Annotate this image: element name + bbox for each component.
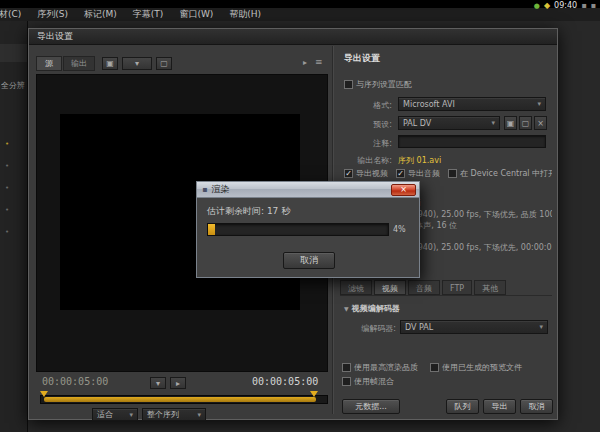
video-codec-section-header[interactable]: ▼ 视频编解码器 [344, 303, 400, 314]
chevron-down-icon: ▾ [536, 323, 543, 331]
background-panel-header [0, 44, 28, 62]
checkbox-icon[interactable] [430, 363, 439, 372]
export-settings-header: 导出设置 [344, 52, 380, 65]
playhead-handle[interactable] [310, 391, 318, 397]
tray-status-icon[interactable]: ● [534, 2, 540, 10]
close-icon[interactable]: × [391, 184, 416, 196]
tab-ftp[interactable]: FTP [442, 280, 472, 295]
zoom-value: 适合 [97, 409, 113, 420]
save-preset-icon[interactable]: ▣ [504, 116, 517, 130]
tab-video[interactable]: 视频 [374, 280, 406, 295]
aspect-icon[interactable]: ▢ [156, 57, 172, 70]
menu-item-window[interactable]: 窗口(W) [179, 8, 213, 21]
preset-select[interactable]: PAL DV ▾ [398, 116, 500, 130]
format-select[interactable]: Microsoft AVI ▾ [398, 97, 546, 111]
checkbox-icon[interactable] [448, 169, 457, 178]
background-panel: 全分辨 • • • • • [0, 21, 28, 432]
duration-timecode: 00:00:05:00 [252, 376, 318, 387]
checkbox-icon[interactable] [342, 363, 351, 372]
chevron-down-icon: ▾ [126, 411, 133, 419]
checkbox-icon[interactable] [344, 80, 353, 89]
system-tray: ● ◆ 09:40 ▪ ▪ [534, 0, 596, 11]
use-previews-checkbox[interactable]: 使用已生成的预览文件 [430, 362, 522, 373]
chevron-down-icon: ▾ [534, 100, 541, 108]
progress-bar-track [207, 223, 389, 236]
max-quality-checkbox[interactable]: 使用最高渲染品质 [342, 362, 418, 373]
estimated-time-message: 估计剩余时间: 17 秒 [207, 205, 290, 218]
panel-menu-icon[interactable]: ≡ [315, 57, 323, 67]
checkbox-checked-icon[interactable]: ✓ [344, 169, 353, 178]
progress-percent: 4% [393, 225, 406, 234]
device-central-label: 在 Device Central 中打开 [460, 168, 552, 179]
list-item-icon: • [5, 206, 9, 214]
dialog-titlebar[interactable]: ▪ 渲染 [197, 182, 419, 198]
dialog-title: 渲染 [211, 183, 229, 196]
output-name-label: 输出名称: [344, 155, 392, 166]
current-timecode[interactable]: 00:00:05:00 [42, 376, 108, 387]
export-toggles-row: ✓ 导出视频 ✓ 导出音频 在 Device Central 中打开 [344, 168, 552, 179]
menu-item-help[interactable]: 帮助(H) [229, 8, 261, 21]
frame-blend-checkbox[interactable]: 使用帧混合 [342, 376, 394, 387]
output-name-link[interactable]: 序列 01.avi [398, 155, 441, 166]
frame-blend-label: 使用帧混合 [354, 376, 394, 387]
play-icon[interactable]: ▸ [170, 377, 186, 389]
source-range-value: 整个序列 [147, 409, 179, 420]
export-audio-checkbox[interactable]: ✓ 导出音频 [396, 168, 440, 179]
tab-source[interactable]: 源 [36, 56, 62, 71]
cancel-button[interactable]: 取消 [520, 399, 553, 414]
codec-value: DV PAL [405, 323, 433, 332]
dialog-icon: ▪ [202, 185, 207, 194]
export-video-label: 导出视频 [356, 168, 388, 179]
settings-tab-bar: 滤镜 视频 音频 FTP 其他 [340, 280, 552, 296]
menu-item-marker[interactable]: 标记(M) [84, 8, 117, 21]
checkbox-icon[interactable] [342, 377, 351, 386]
progress-fill [208, 224, 215, 235]
list-item-icon: • [5, 162, 9, 170]
export-button[interactable]: 导出 [483, 399, 516, 414]
render-options-row: 使用最高渲染品质 使用已生成的预览文件 [342, 362, 554, 373]
zoom-select[interactable]: 适合 ▾ [92, 408, 138, 421]
metadata-button[interactable]: 元数据... [342, 399, 400, 414]
delete-preset-icon[interactable]: × [534, 116, 547, 130]
crop-icon[interactable]: ▣ [102, 57, 118, 70]
tray-extra-icon[interactable]: ▪ [581, 1, 586, 10]
ime-icon[interactable]: ◆ [544, 1, 550, 10]
export-video-checkbox[interactable]: ✓ 导出视频 [344, 168, 388, 179]
panel-collapse-icon[interactable]: ▸ [303, 58, 307, 67]
export-window-title: 导出设置 [37, 30, 73, 43]
dialog-cancel-button[interactable]: 取消 [283, 252, 335, 269]
use-previews-label: 使用已生成的预览文件 [442, 362, 522, 373]
comments-input[interactable] [398, 135, 546, 148]
twirl-down-icon[interactable]: ▼ [344, 305, 349, 312]
codec-label: 编解码器: [344, 323, 396, 334]
crop-ratio-dropdown[interactable]: ▾ [122, 57, 152, 70]
menu-item-sequence[interactable]: 序列(S) [37, 8, 68, 21]
queue-button[interactable]: 队列 [446, 399, 479, 414]
match-sequence-checkbox[interactable]: 与序列设置匹配 [344, 79, 550, 90]
in-point-handle[interactable] [40, 391, 48, 397]
menu-item-title[interactable]: 字幕(T) [133, 8, 164, 21]
source-range-select[interactable]: 整个序列 ▾ [142, 408, 206, 421]
tab-output[interactable]: 输出 [63, 56, 95, 71]
tab-others[interactable]: 其他 [474, 280, 506, 295]
tab-audio[interactable]: 音频 [408, 280, 440, 295]
format-label: 格式: [344, 100, 392, 111]
codec-select[interactable]: DV PAL ▾ [400, 320, 548, 334]
checkbox-checked-icon[interactable]: ✓ [396, 169, 405, 178]
preset-value: PAL DV [403, 119, 431, 128]
list-item-icon: • [5, 228, 9, 236]
export-window-titlebar[interactable]: 导出设置 [29, 29, 557, 45]
import-preset-icon[interactable]: ▢ [519, 116, 532, 130]
screen: 素材(C) 序列(S) 标记(M) 字幕(T) 窗口(W) 帮助(H) ● ◆ … [0, 0, 600, 432]
work-area-bar[interactable] [44, 397, 316, 402]
menu-item-clip[interactable]: 素材(C) [0, 8, 21, 21]
tray-extra-icon2[interactable]: ▪ [591, 1, 596, 10]
max-quality-label: 使用最高渲染品质 [354, 362, 418, 373]
tab-filters[interactable]: 滤镜 [340, 280, 372, 295]
device-central-checkbox[interactable]: 在 Device Central 中打开 [448, 168, 552, 179]
export-audio-label: 导出音频 [408, 168, 440, 179]
comments-label: 注释: [344, 138, 392, 149]
list-item-icon: • [5, 184, 9, 192]
chevron-down-icon: ▾ [488, 119, 495, 127]
fit-dropdown-icon[interactable]: ▾ [150, 377, 166, 389]
